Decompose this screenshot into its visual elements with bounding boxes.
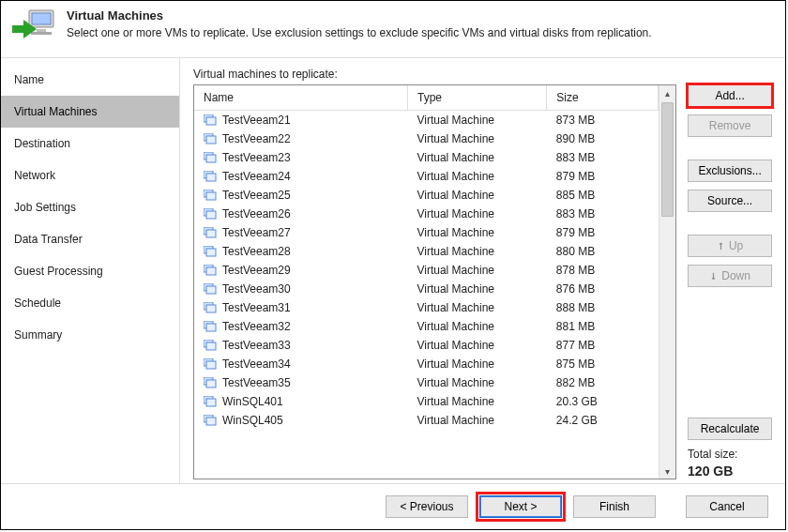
svg-rect-6 — [206, 117, 216, 125]
row-name-cell: TestVeeam33 — [194, 336, 407, 355]
svg-rect-10 — [206, 155, 216, 162]
table-row[interactable]: TestVeeam24Virtual Machine879 MB — [194, 167, 659, 186]
sidebar-step-data-transfer[interactable]: Data Transfer — [1, 223, 179, 255]
svg-rect-22 — [206, 267, 216, 275]
col-header-name[interactable]: Name — [194, 85, 407, 111]
row-size: 879 MB — [547, 167, 659, 186]
table-row[interactable]: TestVeeam33Virtual Machine877 MB — [194, 336, 659, 355]
row-name-cell: WinSQL405 — [194, 411, 407, 430]
cancel-button[interactable]: Cancel — [686, 495, 768, 518]
table-row[interactable]: TestVeeam23Virtual Machine883 MB — [194, 148, 659, 167]
row-name: TestVeeam35 — [222, 376, 291, 389]
vm-icon — [204, 208, 217, 220]
row-size: 890 MB — [547, 129, 659, 148]
add-button[interactable]: Add... — [688, 84, 772, 107]
sidebar-step-virtual-machines[interactable]: Virtual Machines — [1, 96, 179, 128]
table-row[interactable]: TestVeeam22Virtual Machine890 MB — [194, 129, 659, 148]
row-size: 879 MB — [547, 223, 659, 242]
remove-button[interactable]: Remove — [688, 114, 772, 137]
wizard-body: NameVirtual MachinesDestinationNetworkJo… — [1, 57, 785, 483]
finish-button[interactable]: Finish — [573, 495, 656, 518]
table-row[interactable]: TestVeeam30Virtual Machine876 MB — [194, 280, 659, 298]
table-row[interactable]: WinSQL401Virtual Machine20.3 GB — [194, 392, 659, 411]
sidebar-step-summary[interactable]: Summary — [1, 319, 179, 351]
table-row[interactable]: TestVeeam26Virtual Machine883 MB — [194, 205, 659, 223]
table-row[interactable]: TestVeeam31Virtual Machine888 MB — [194, 298, 659, 317]
table-row[interactable]: TestVeeam35Virtual Machine882 MB — [194, 373, 659, 392]
next-button[interactable]: Next > — [479, 495, 562, 518]
down-button[interactable]: 🠗Down — [688, 265, 772, 287]
sidebar-step-destination[interactable]: Destination — [1, 128, 179, 160]
row-size: 20.3 GB — [547, 392, 659, 411]
row-name-cell: TestVeeam26 — [194, 205, 407, 223]
scroll-down-arrow-icon[interactable]: ▾ — [659, 464, 675, 479]
row-name: TestVeeam30 — [222, 282, 291, 296]
sidebar-step-schedule[interactable]: Schedule — [1, 287, 179, 319]
table-row[interactable]: TestVeeam32Virtual Machine881 MB — [194, 317, 659, 336]
vm-icon — [204, 190, 217, 201]
row-name: WinSQL405 — [222, 414, 283, 427]
row-name: TestVeeam33 — [222, 339, 291, 352]
recalculate-button[interactable]: Recalculate — [688, 418, 772, 440]
table-row[interactable]: TestVeeam29Virtual Machine878 MB — [194, 261, 659, 280]
wizard-title: Virtual Machines — [67, 8, 652, 23]
vm-icon — [204, 302, 217, 313]
table-row[interactable]: TestVeeam28Virtual Machine880 MB — [194, 242, 659, 261]
wizard-footer: < Previous Next > Finish Cancel — [1, 483, 785, 529]
vm-icon — [204, 283, 217, 295]
vm-icon — [204, 171, 217, 182]
table-row[interactable]: WinSQL405Virtual Machine24.2 GB — [194, 411, 659, 430]
svg-rect-16 — [206, 211, 216, 219]
row-name: TestVeeam28 — [222, 245, 291, 258]
row-name-cell: TestVeeam21 — [194, 111, 407, 129]
row-name-cell: TestVeeam30 — [194, 280, 407, 298]
previous-button[interactable]: < Previous — [386, 495, 468, 518]
row-size: 885 MB — [547, 186, 659, 205]
col-header-size[interactable]: Size — [547, 85, 659, 111]
sidebar-step-guest-processing[interactable]: Guest Processing — [1, 255, 179, 287]
arrow-up-icon: 🠕 — [717, 242, 725, 251]
source-button[interactable]: Source... — [688, 190, 772, 212]
row-name: TestVeeam21 — [222, 114, 291, 127]
table-row[interactable]: TestVeeam25Virtual Machine885 MB — [194, 186, 659, 205]
exclusions-button[interactable]: Exclusions... — [688, 160, 772, 182]
row-size: 876 MB — [547, 280, 659, 298]
svg-rect-1 — [32, 13, 51, 24]
svg-rect-14 — [206, 192, 216, 200]
row-type: Virtual Machine — [407, 317, 546, 336]
sidebar-step-name[interactable]: Name — [1, 64, 179, 96]
svg-rect-34 — [206, 380, 216, 388]
table-row[interactable]: TestVeeam21Virtual Machine873 MB — [194, 111, 659, 130]
row-type: Virtual Machine — [407, 148, 546, 167]
table-row[interactable]: TestVeeam34Virtual Machine875 MB — [194, 355, 659, 373]
row-name: TestVeeam25 — [222, 189, 291, 202]
up-button[interactable]: 🠕Up — [688, 235, 772, 257]
total-size-label: Total size: — [688, 448, 772, 463]
row-name-cell: TestVeeam25 — [194, 186, 407, 205]
sidebar-step-network[interactable]: Network — [1, 160, 179, 191]
svg-rect-8 — [206, 136, 216, 144]
row-type: Virtual Machine — [407, 336, 546, 355]
row-name: TestVeeam27 — [222, 226, 291, 239]
row-name-cell: TestVeeam29 — [194, 261, 407, 280]
scroll-up-arrow-icon[interactable]: ▴ — [659, 85, 675, 100]
vertical-scrollbar[interactable]: ▴ ▾ — [659, 85, 675, 479]
row-type: Virtual Machine — [407, 223, 546, 242]
vm-table: Name Type Size TestVeeam21Virtual Machin… — [194, 85, 659, 430]
scroll-thumb[interactable] — [661, 102, 674, 217]
vm-icon — [204, 246, 217, 257]
col-header-type[interactable]: Type — [407, 85, 546, 111]
vm-header-icon — [12, 8, 57, 46]
row-name-cell: TestVeeam28 — [194, 242, 407, 261]
svg-rect-38 — [206, 418, 216, 425]
vm-table-container: Name Type Size TestVeeam21Virtual Machin… — [193, 84, 676, 479]
row-type: Virtual Machine — [407, 186, 546, 205]
row-type: Virtual Machine — [407, 167, 546, 186]
row-name-cell: TestVeeam31 — [194, 298, 407, 317]
vm-icon — [204, 227, 217, 238]
sidebar-step-job-settings[interactable]: Job Settings — [1, 191, 179, 223]
down-button-label: Down — [721, 269, 750, 282]
row-type: Virtual Machine — [407, 242, 546, 261]
vm-list-label: Virtual machines to replicate: — [193, 68, 772, 81]
table-row[interactable]: TestVeeam27Virtual Machine879 MB — [194, 223, 659, 242]
